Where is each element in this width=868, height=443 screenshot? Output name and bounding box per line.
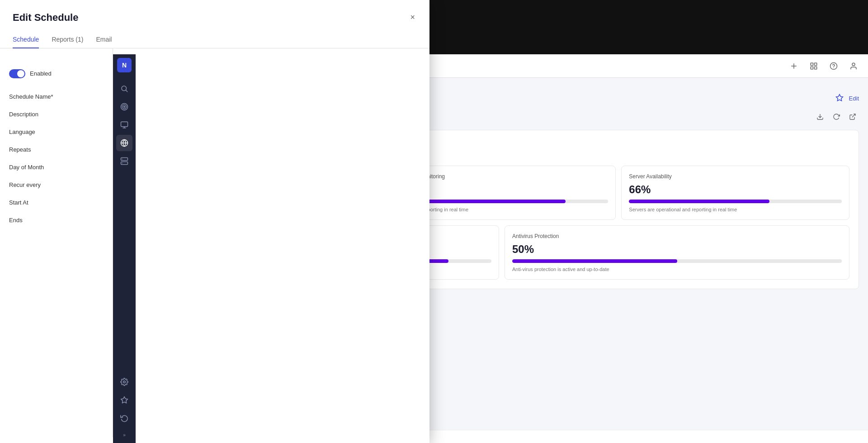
app-logo: N: [117, 58, 132, 72]
server-availability-bar: [629, 200, 842, 203]
download-button[interactable]: [814, 110, 826, 123]
antivirus-title: Antivirus Protection: [512, 233, 842, 239]
modal-tabs: Schedule Reports (1) Email: [0, 31, 429, 48]
repeats-label: Repeats: [9, 141, 104, 158]
topbar-actions: [787, 59, 861, 73]
sidebar-icon-history[interactable]: [116, 410, 132, 426]
tab-email[interactable]: Email: [96, 31, 112, 48]
language-label: Language: [9, 123, 104, 141]
sidebar-icon-star[interactable]: [116, 392, 132, 408]
app-sidebar: N »: [113, 54, 136, 443]
svg-marker-15: [121, 397, 128, 403]
svg-point-24: [852, 63, 855, 66]
user-icon: [849, 62, 858, 70]
monitor-icon: [120, 121, 128, 129]
refresh-button[interactable]: [830, 110, 843, 123]
modal-body: Enabled Schedule Name* Description Langu…: [0, 48, 429, 437]
help-button[interactable]: [826, 59, 841, 73]
modal-sidebar: Enabled Schedule Name* Description Langu…: [0, 48, 113, 437]
sidebar-collapse-btn[interactable]: »: [121, 431, 127, 439]
star-icon: [120, 396, 128, 404]
history-icon: [120, 414, 128, 422]
user-button[interactable]: [846, 59, 861, 73]
modal-header: Edit Schedule ×: [0, 0, 429, 24]
antivirus-bar-fill: [512, 259, 677, 263]
svg-point-3: [123, 105, 127, 109]
svg-rect-20: [811, 67, 813, 69]
sidebar-icon-monitor[interactable]: [116, 117, 132, 133]
sidebar-icon-search[interactable]: [116, 81, 132, 97]
sidebar-icon-server[interactable]: [116, 153, 132, 169]
sidebar-icon-target[interactable]: [116, 99, 132, 115]
svg-line-1: [126, 90, 127, 91]
modal: Edit Schedule × Schedule Reports (1) Ema…: [0, 0, 429, 443]
schedule-name-label: Schedule Name*: [9, 88, 104, 105]
edit-button[interactable]: Edit: [849, 95, 859, 102]
modal-close-button[interactable]: ×: [408, 11, 417, 24]
globe-icon: [120, 139, 128, 147]
recur-every-label: Recur every: [9, 176, 104, 194]
tab-schedule[interactable]: Schedule: [13, 31, 39, 48]
enabled-toggle[interactable]: [9, 69, 25, 78]
antivirus-value: 50%: [512, 243, 842, 256]
tab-reports[interactable]: Reports (1): [52, 31, 83, 48]
settings-icon: [120, 378, 128, 386]
antivirus-bar: [512, 259, 842, 263]
svg-rect-5: [121, 122, 128, 127]
svg-rect-18: [811, 63, 813, 65]
svg-point-4: [124, 106, 125, 108]
search-icon: [120, 85, 128, 93]
grid-view-button[interactable]: [807, 59, 821, 73]
report-actions: Edit: [835, 94, 859, 104]
svg-rect-21: [815, 67, 817, 69]
server-availability-title: Server Availability: [629, 173, 842, 180]
external-link-button[interactable]: [846, 110, 859, 123]
server-availability-desc: Servers are operational and reporting in…: [629, 207, 842, 212]
svg-point-14: [123, 381, 126, 383]
enabled-field: Enabled: [9, 59, 104, 88]
antivirus-card: Antivirus Protection 50% Anti-virus prot…: [505, 225, 849, 280]
server-availability-bar-fill: [629, 200, 769, 203]
svg-point-0: [122, 86, 127, 91]
svg-rect-19: [815, 63, 817, 65]
modal-title: Edit Schedule: [13, 12, 78, 24]
description-label: Description: [9, 105, 104, 123]
server-availability-card: Server Availability 66% Servers are oper…: [621, 166, 849, 220]
favorite-button[interactable]: [835, 94, 844, 104]
svg-marker-25: [836, 94, 843, 100]
target-icon: [120, 103, 128, 111]
day-of-month-label: Day of Month: [9, 158, 104, 176]
sidebar-icon-settings[interactable]: [116, 374, 132, 390]
start-at-label: Start At: [9, 194, 104, 211]
enabled-label: Enabled: [30, 65, 52, 82]
plus-icon: [790, 62, 798, 70]
help-icon: [830, 62, 838, 70]
server-icon: [120, 157, 128, 165]
antivirus-desc: Anti-virus protection is active and up-t…: [512, 267, 842, 272]
server-availability-value: 66%: [629, 183, 842, 196]
add-button[interactable]: [787, 59, 801, 73]
ends-label: Ends: [9, 211, 104, 229]
grid-icon: [810, 62, 818, 70]
svg-line-27: [852, 114, 855, 117]
sidebar-icon-globe[interactable]: [116, 135, 132, 151]
filter-actions: [814, 110, 859, 123]
